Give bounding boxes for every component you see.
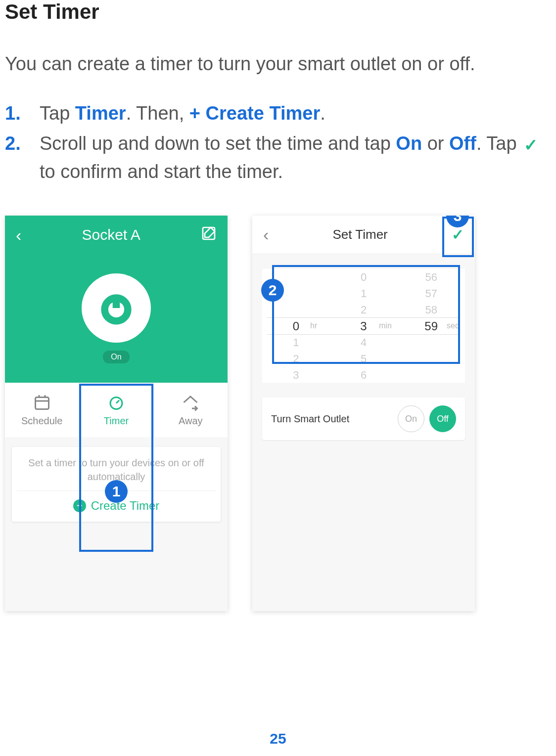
toggle-row: Turn Smart Outlet On Off [262,398,465,440]
picker-val: 57 [425,285,437,302]
picker-val: 58 [425,302,437,318]
time-picker[interactable]: hr min sec 0 1 2 3 0 1 2 3 [262,269,465,383]
step-2-text-a: Scroll up and down to set the time and t… [40,133,396,154]
picker-val: 4 [361,334,367,351]
phone-set-timer: ‹ Set Timer ✓ hr min sec 0 1 2 3 [252,216,475,611]
tab-timer[interactable]: Timer [79,383,153,437]
step-2-text-c: or [422,133,449,154]
phone-socket-a: ‹ Socket A On Schedule Timer Away [5,216,228,611]
svg-line-8 [116,400,119,403]
header-title-b: Set Timer [333,227,388,242]
page-number: 25 [270,730,286,747]
picker-val: 56 [425,269,437,285]
create-timer-label: Create Timer [91,499,160,513]
confirm-check-icon[interactable]: ✓ [452,226,464,243]
tabs: Schedule Timer Away [5,383,228,437]
step-1: Tap Timer. Then, + Create Timer. [5,99,551,128]
picker-val-selected: 59 [424,318,438,334]
power-button[interactable] [82,273,151,343]
callout-2-badge: 2 [261,279,284,302]
timer-icon [107,394,125,411]
picker-sec[interactable]: 56 57 58 59 [397,269,465,383]
screenshots-row: ‹ Socket A On Schedule Timer Away [5,211,551,611]
picker-val: 2 [293,351,299,367]
picker-val: 2 [361,302,367,318]
tab-away-label: Away [179,415,203,427]
check-icon: ✓ [524,133,538,158]
hero-a: On [5,254,228,383]
callout-1-badge: 1 [105,480,128,503]
tab-schedule[interactable]: Schedule [5,383,79,437]
steps-list: Tap Timer. Then, + Create Timer. Scroll … [5,99,551,186]
picker-val: 1 [293,334,299,351]
page-title: Set Timer [5,0,551,24]
intro-text: You can create a timer to turn your smar… [5,51,551,77]
header-title-a: Socket A [82,226,140,243]
away-icon [182,394,199,411]
picker-min[interactable]: 0 1 2 3 4 5 6 [330,269,398,383]
tab-away[interactable]: Away [154,383,228,437]
plus-icon: + [73,499,86,512]
step-1-create: + Create Timer [189,103,320,124]
step-2: Scroll up and down to set the time and t… [5,130,551,186]
step-1-text-a: Tap [40,103,75,124]
back-icon-b[interactable]: ‹ [263,225,269,244]
picker-val: 0 [361,269,367,285]
picker-val-selected: 0 [293,318,299,334]
step-2-text-f: to confirm and start the timer. [40,161,283,182]
picker-val: 6 [361,367,367,383]
picker-val-selected: 3 [360,318,367,334]
back-icon[interactable]: ‹ [16,225,21,245]
step-1-timer: Timer [75,103,126,124]
tab-schedule-label: Schedule [21,415,62,427]
header-b: ‹ Set Timer ✓ [252,216,475,254]
tab-timer-label: Timer [104,415,129,427]
status-pill: On [103,351,129,363]
step-1-text-e: . [320,103,325,124]
step-1-text-c: . Then, [126,103,189,124]
step-2-text-e: . Tap [476,133,522,154]
edit-icon[interactable] [201,225,217,245]
step-2-on: On [396,133,422,154]
calendar-icon [33,394,51,411]
picker-val: 3 [293,367,299,383]
picker-val: 1 [361,285,367,302]
picker-val: 5 [361,351,367,367]
toggle-on-button[interactable]: On [398,405,424,432]
toggle-off-button[interactable]: Off [429,405,456,432]
toggle-label: Turn Smart Outlet [271,413,349,425]
svg-rect-3 [35,397,48,409]
header-a: ‹ Socket A [5,216,228,254]
step-2-off: Off [449,133,476,154]
